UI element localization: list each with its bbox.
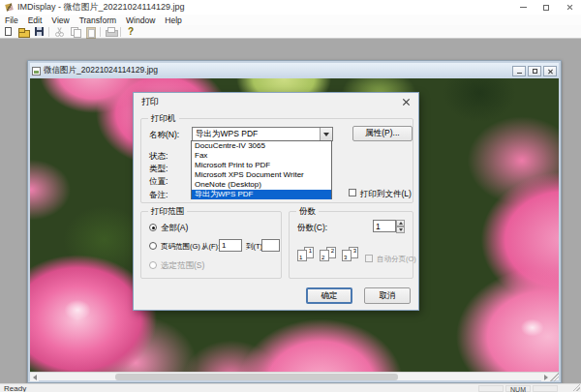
copy-button <box>68 26 81 38</box>
print-dialog-title: 打印 <box>134 96 159 108</box>
app-icon <box>5 3 14 12</box>
ok-button[interactable]: 确定 <box>306 287 352 304</box>
cut-icon <box>55 27 64 37</box>
document-window-controls <box>512 66 557 76</box>
collate-checkbox <box>365 255 373 262</box>
titlebar: IMDisplay - 微信图片_20221024114129.jpg <box>0 0 581 15</box>
printer-combobox-value: 导出为WPS PDF <box>193 129 320 140</box>
copies-group-label: 份数 <box>296 206 319 218</box>
range-selection-label: 选定范围(S) <box>161 260 204 272</box>
print-range-group: 打印范围 全部(A) 页码范围(G) 从(F): 到(T): 选定范围(S) <box>140 211 282 279</box>
printer-group-label: 打印机 <box>148 113 179 125</box>
menu-window[interactable]: Window <box>121 15 160 25</box>
close-icon <box>566 4 573 11</box>
scrollbar-thumb[interactable] <box>115 374 398 380</box>
scroll-right-button[interactable] <box>541 373 550 381</box>
spinner-down-button[interactable] <box>396 226 405 233</box>
save-icon <box>35 27 44 36</box>
toolbar-separator <box>100 27 101 37</box>
printer-option[interactable]: Microsoft XPS Document Writer <box>192 170 331 180</box>
menu-file[interactable]: File <box>0 15 23 25</box>
app-window: IMDisplay - 微信图片_20221024114129.jpg File… <box>0 0 581 392</box>
range-selection-radio <box>149 261 157 269</box>
menu-view[interactable]: View <box>46 15 74 25</box>
printer-comment-label: 备注: <box>149 190 168 201</box>
help-button[interactable]: ? <box>124 26 138 38</box>
printer-option-selected[interactable]: 导出为WPS PDF <box>192 190 331 199</box>
doc-close-button[interactable] <box>543 66 557 76</box>
copies-label: 份数(C): <box>297 223 327 234</box>
dialog-close-button[interactable] <box>393 93 418 110</box>
scrl-indicator <box>533 385 558 392</box>
doc-maximize-button[interactable] <box>528 66 541 76</box>
from-label: 从(F): <box>201 242 220 252</box>
paste-icon <box>86 27 95 37</box>
status-indicators: NUM <box>478 385 558 392</box>
minimize-icon <box>517 73 522 74</box>
printer-option[interactable]: Fax <box>192 151 331 161</box>
down-arrow-icon <box>399 228 403 231</box>
copies-group: 份数 份数(C): 1 1 <box>289 211 413 279</box>
menu-help[interactable]: Help <box>160 15 186 25</box>
copy-icon <box>71 27 79 37</box>
printer-option[interactable]: Microsoft Print to PDF <box>192 161 331 170</box>
printer-option[interactable]: OneNote (Desktop) <box>192 180 331 190</box>
open-button[interactable] <box>16 26 30 38</box>
cut-button <box>52 26 66 38</box>
collate-pages-icon: 1 1 2 2 3 3 <box>297 247 358 261</box>
toolbar-separator <box>48 27 49 37</box>
collate-label: 自动分页(O) <box>377 255 416 264</box>
print-icon <box>106 27 116 36</box>
chevron-down-icon <box>323 133 329 136</box>
document-resize-grip[interactable] <box>550 373 559 381</box>
cancel-button[interactable]: 取消 <box>364 287 411 304</box>
horizontal-scrollbar[interactable] <box>30 372 559 380</box>
right-arrow-icon <box>544 375 548 380</box>
print-dialog: 打印 打印机 名称(N): 导出为WPS PDF 属性(P)... 状态: 类型… <box>133 92 419 311</box>
close-button[interactable] <box>558 0 581 15</box>
printer-option[interactable]: DocuCentre-IV 3065 <box>192 141 331 151</box>
range-pages-radio[interactable] <box>149 242 157 250</box>
window-title: IMDisplay - 微信图片_20221024114129.jpg <box>17 1 184 14</box>
print-button <box>104 26 117 38</box>
printer-name-label: 名称(N): <box>149 130 179 141</box>
new-button[interactable] <box>1 26 15 38</box>
doc-minimize-button[interactable] <box>512 66 526 76</box>
printer-status-label: 状态: <box>149 151 168 163</box>
print-to-file-checkbox[interactable] <box>349 189 356 196</box>
from-input[interactable] <box>219 239 242 252</box>
combobox-dropdown-button[interactable] <box>320 128 332 140</box>
maximize-button[interactable] <box>535 0 558 15</box>
spinner-up-button[interactable] <box>396 220 405 226</box>
printer-combobox[interactable]: 导出为WPS PDF <box>192 127 333 141</box>
printer-dropdown-list: DocuCentre-IV 3065 Fax Microsoft Print t… <box>191 140 332 199</box>
status-text: Ready <box>0 384 26 392</box>
menu-edit[interactable]: Edit <box>23 15 47 25</box>
caps-indicator <box>478 385 504 392</box>
range-all-label: 全部(A) <box>161 223 188 234</box>
properties-button[interactable]: 属性(P)... <box>352 126 413 141</box>
num-indicator: NUM <box>505 385 531 392</box>
collate-page-pair: 3 3 <box>342 247 358 261</box>
mdi-client-area: 微信图片_20221024114129.jpg 打印 <box>0 39 581 383</box>
new-file-icon <box>5 27 12 36</box>
printer-location-label: 位置: <box>149 176 168 188</box>
menu-transform[interactable]: Transform <box>75 15 121 25</box>
copies-input[interactable] <box>373 220 396 232</box>
print-range-group-label: 打印范围 <box>148 206 187 218</box>
paste-button <box>83 26 97 38</box>
minimize-button[interactable] <box>511 0 535 15</box>
window-resize-grip[interactable] <box>572 383 580 391</box>
left-arrow-icon <box>33 375 37 380</box>
scroll-left-button[interactable] <box>30 373 39 381</box>
to-input[interactable] <box>261 239 280 252</box>
save-button[interactable] <box>32 26 46 38</box>
copies-spinner <box>373 220 406 234</box>
statusbar: Ready NUM <box>0 383 581 392</box>
range-all-radio[interactable] <box>149 224 157 231</box>
printer-type-label: 类型: <box>149 164 168 175</box>
print-to-file-label: 打印到文件(L) <box>360 189 412 200</box>
document-icon <box>32 67 41 75</box>
toolbar-separator <box>120 27 121 37</box>
range-pages-label: 页码范围(G) <box>161 242 200 252</box>
